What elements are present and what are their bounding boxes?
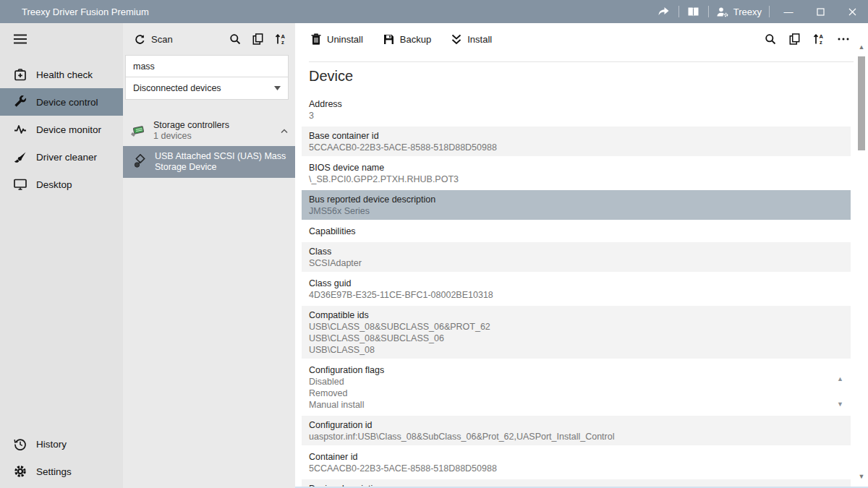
copy-icon[interactable] (252, 33, 263, 45)
property-row-class[interactable]: ClassSCSIAdapter (302, 242, 851, 272)
property-value: USB\CLASS_08&SUBCLASS_06 (309, 333, 830, 344)
property-label: Bus reported device description (309, 194, 830, 205)
activity-icon (14, 124, 27, 134)
property-value: 4D36E97B-E325-11CE-BFC1-08002BE10318 (309, 289, 830, 301)
scroll-up-icon[interactable]: ▲ (856, 43, 867, 51)
property-row-class-guid[interactable]: Class guid4D36E97B-E325-11CE-BFC1-08002B… (302, 274, 851, 304)
property-label: Base container id (309, 130, 830, 142)
property-value: Manual install (309, 399, 830, 411)
wrench-icon (14, 95, 27, 108)
backup-label: Backup (400, 34, 431, 45)
device-group-header[interactable]: Storage controllers 1 devices (123, 116, 295, 146)
scan-button[interactable]: Scan (130, 31, 177, 48)
device-item-label: USB Attached SCSI (UAS) Mass Storage Dev… (155, 151, 289, 173)
chevron-down-icon (274, 86, 281, 90)
gear-icon (14, 465, 27, 478)
brush-icon (14, 151, 27, 163)
book-icon[interactable] (682, 0, 705, 23)
scrollbar-thumb[interactable] (858, 56, 865, 150)
property-row-base-container-id[interactable]: Base container id5CCAACB0-22B3-5ACE-8588… (302, 127, 851, 156)
install-button[interactable]: Install (451, 34, 492, 45)
device-list-toolbar: Scan Az (123, 23, 295, 55)
sidebar-item-desktop[interactable]: Desktop (0, 171, 123, 198)
property-row-configuration-id[interactable]: Configuration iduaspstor.inf:USB\Class_0… (302, 416, 851, 445)
property-row-capabilities[interactable]: Capabilities (302, 222, 851, 240)
titlebar-separator (769, 6, 770, 17)
device-group-name: Storage controllers (153, 120, 229, 131)
device-detail-panel: Uninstall Backup Install Az (295, 23, 868, 488)
trash-icon (311, 33, 321, 45)
property-value: \_SB.PCI0.GPP2.PTXH.RHUB.POT3 (309, 174, 830, 185)
property-value: 3 (309, 110, 830, 121)
close-button[interactable] (836, 0, 868, 23)
svg-text:z: z (281, 39, 284, 46)
device-list-panel: Scan Az Disconnected devices Storage con… (123, 23, 295, 488)
device-group-count: 1 devices (153, 131, 229, 142)
device-search-input[interactable] (126, 56, 288, 77)
sidebar-item-label: Device control (36, 97, 98, 108)
property-row-configuration-flags[interactable]: Configuration flagsDisabledRemovedManual… (302, 361, 851, 414)
vertical-scrollbar[interactable]: ▲ ▼ (856, 40, 867, 484)
row-scroll-down-icon[interactable]: ▼ (837, 401, 843, 408)
copy-icon[interactable] (789, 33, 800, 45)
hamburger-menu-button[interactable] (0, 26, 123, 52)
device-filter-dropdown[interactable]: Disconnected devices (125, 77, 289, 100)
maximize-button[interactable] (804, 0, 836, 23)
property-label: Address (309, 98, 830, 110)
scan-label: Scan (151, 34, 173, 45)
property-value: USB\CLASS_08&SUBCLASS_06&PROT_62 (309, 321, 830, 333)
detail-heading: Device (309, 68, 353, 85)
uninstall-button[interactable]: Uninstall (311, 33, 363, 45)
sidebar-item-history[interactable]: History (0, 430, 123, 458)
sort-icon[interactable]: Az (275, 33, 286, 45)
sidebar-item-health-check[interactable]: Health check (0, 61, 123, 88)
storage-controller-icon (130, 124, 146, 138)
property-label: Class guid (309, 278, 830, 289)
uninstall-label: Uninstall (327, 34, 363, 45)
history-icon (14, 438, 27, 450)
property-list: Address3Base container id5CCAACB0-22B3-5… (302, 95, 851, 488)
search-icon[interactable] (229, 33, 241, 45)
health-check-icon (14, 69, 27, 81)
sort-icon[interactable]: Az (813, 33, 825, 45)
property-value: 5CCAACB0-22B3-5ACE-8588-518D88D50988 (309, 463, 830, 474)
sidebar-item-settings[interactable]: Settings (0, 458, 123, 485)
sidebar-item-driver-cleaner[interactable]: Driver cleaner (0, 143, 123, 171)
window-title: Treexy Driver Fusion Premium (0, 7, 149, 17)
property-row-bios-device-name[interactable]: BIOS device name\_SB.PCI0.GPP2.PTXH.RHUB… (302, 158, 851, 188)
device-search-box[interactable] (125, 55, 289, 77)
property-value: SCSIAdapter (309, 257, 830, 269)
property-row-compatible-ids[interactable]: Compatible idsUSB\CLASS_08&SUBCLASS_06&P… (302, 306, 851, 359)
svg-text:z: z (820, 39, 822, 46)
property-row-bus-reported-device-description[interactable]: Bus reported device descriptionJMS56x Se… (302, 190, 851, 220)
property-value: Disabled (309, 376, 830, 388)
property-label: Configuration flags (309, 364, 830, 376)
more-icon[interactable] (838, 38, 849, 40)
device-list-item-selected[interactable]: USB Attached SCSI (UAS) Mass Storage Dev… (123, 146, 295, 178)
sidebar-item-device-monitor[interactable]: Device monitor (0, 116, 123, 143)
scroll-down-icon[interactable]: ▼ (856, 473, 867, 480)
account-name: Treexy (733, 7, 762, 17)
sidebar-item-device-control[interactable]: Device control (0, 88, 123, 116)
backup-button[interactable]: Backup (383, 34, 431, 45)
minimize-button[interactable]: — (773, 0, 804, 23)
row-scroll-up-icon[interactable]: ▲ (837, 376, 843, 382)
search-icon[interactable] (765, 33, 776, 45)
sidebar-item-label: Settings (36, 466, 72, 477)
sidebar-item-label: Health check (36, 69, 93, 80)
property-label: Configuration id (309, 419, 830, 431)
save-icon (383, 34, 394, 45)
sidebar-item-label: History (36, 439, 67, 450)
sidebar-bottom: History Settings (0, 430, 123, 485)
refresh-icon (135, 34, 145, 45)
detail-toolbar: Uninstall Backup Install Az (295, 23, 868, 55)
share-icon[interactable] (652, 0, 676, 23)
titlebar-separator (708, 6, 709, 17)
chevron-up-icon[interactable] (281, 129, 288, 133)
account-button[interactable]: Treexy (712, 7, 766, 17)
property-label: Compatible ids (309, 309, 830, 321)
property-row-container-id[interactable]: Container id5CCAACB0-22B3-5ACE-8588-518D… (302, 448, 851, 477)
device-filter-value: Disconnected devices (133, 83, 221, 93)
property-label: BIOS device name (309, 162, 830, 174)
property-row-address[interactable]: Address3 (302, 95, 851, 124)
